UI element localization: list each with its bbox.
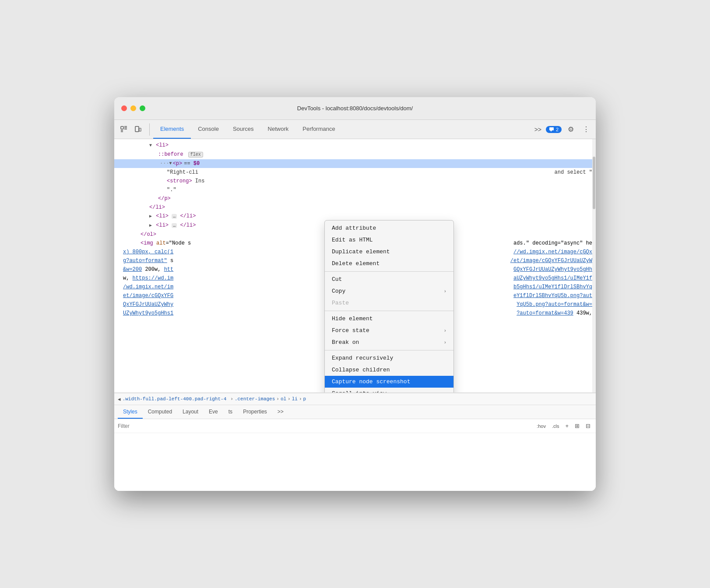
notification-badge: 2 xyxy=(546,126,562,133)
minimize-button[interactable] xyxy=(130,105,136,111)
breadcrumb-item-1[interactable]: .width-full.pad-left-400.pad-right-4 xyxy=(123,396,227,402)
ctx-paste: Paste xyxy=(325,297,453,309)
tab-ts[interactable]: ts xyxy=(223,405,238,419)
cls-button[interactable]: .cls xyxy=(550,423,561,430)
svg-marker-9 xyxy=(550,130,552,132)
hov-button[interactable]: :hov xyxy=(535,423,548,430)
filter-bar: :hov .cls + ⊞ ⊟ xyxy=(114,419,596,433)
ctx-break-on[interactable]: Break on › xyxy=(325,336,453,348)
svg-rect-6 xyxy=(135,126,139,132)
ctx-collapse-children[interactable]: Collapse children xyxy=(325,364,453,376)
dom-panel: ▼ <li> ::before flex ··· ▼ <p> == $0 xyxy=(114,139,596,393)
ctx-break-on-label: Break on xyxy=(332,339,359,346)
context-menu: Add attribute Edit as HTML Duplicate ele… xyxy=(324,220,454,393)
ctx-copy[interactable]: Copy › xyxy=(325,285,453,297)
ctx-hide-element-label: Hide element xyxy=(332,315,373,322)
ctx-sep2 xyxy=(325,311,453,311)
breadcrumb-arrow-left[interactable]: ◀ xyxy=(118,396,121,402)
filter-input[interactable] xyxy=(118,423,531,429)
ctx-copy-arrow: › xyxy=(443,289,446,294)
breadcrumb-item-5[interactable]: p xyxy=(303,396,306,402)
devtools-panel: Elements Console Sources Network Perform… xyxy=(114,120,596,491)
ctx-hide-element[interactable]: Hide element xyxy=(325,313,453,325)
device-toolbar-icon[interactable] xyxy=(132,123,144,136)
svg-rect-8 xyxy=(549,127,554,130)
bc-arrow-sep2: › xyxy=(276,396,279,402)
tab-elements[interactable]: Elements xyxy=(153,120,191,139)
ctx-expand-recursively-label: Expand recursively xyxy=(332,355,393,361)
bc-arrow-sep3: › xyxy=(288,396,291,402)
maximize-button[interactable] xyxy=(140,105,145,111)
titlebar: DevTools - localhost:8080/docs/devtools/… xyxy=(114,97,596,120)
ctx-delete-element-label: Delete element xyxy=(332,260,380,267)
ctx-force-state[interactable]: Force state › xyxy=(325,325,453,336)
ctx-edit-html[interactable]: Edit as HTML xyxy=(325,234,453,246)
add-style-button[interactable]: + xyxy=(563,422,570,430)
breadcrumb-bar: ◀ .width-full.pad-left-400.pad-right-4 ›… xyxy=(114,393,596,405)
window-title: DevTools - localhost:8080/docs/devtools/… xyxy=(297,105,413,112)
more-tabs-button[interactable]: >> xyxy=(532,123,544,136)
more-tabs: >> 2 xyxy=(532,123,562,136)
copy-style-button[interactable]: ⊞ xyxy=(573,422,581,430)
tab-layout[interactable]: Layout xyxy=(177,405,204,419)
tab-sources[interactable]: Sources xyxy=(226,120,261,139)
ctx-collapse-children-label: Collapse children xyxy=(332,367,390,373)
bottom-panel: Styles Computed Layout Eve ts Properties… xyxy=(114,405,596,491)
toolbar-right: >> 2 ⚙ ⋮ xyxy=(532,123,592,136)
ctx-duplicate-element[interactable]: Duplicate element xyxy=(325,246,453,258)
ctx-capture-screenshot-label: Capture node screenshot xyxy=(332,378,410,385)
breadcrumb-item-2[interactable]: .center-images xyxy=(235,396,275,402)
context-menu-overlay: Add attribute Edit as HTML Duplicate ele… xyxy=(114,139,596,392)
ctx-sep1 xyxy=(325,271,453,272)
breadcrumb-item-4[interactable]: li xyxy=(292,396,298,402)
inspect-element-icon[interactable] xyxy=(118,123,130,136)
traffic-lights xyxy=(121,105,145,111)
bottom-tabs: Styles Computed Layout Eve ts Properties… xyxy=(114,405,596,419)
devtools-tabs: Elements Console Sources Network Perform… xyxy=(153,120,532,139)
ctx-break-on-arrow: › xyxy=(443,340,446,345)
bc-arrow-sep4: › xyxy=(299,396,302,402)
layout-button[interactable]: ⊟ xyxy=(584,422,592,430)
ctx-capture-screenshot[interactable]: Capture node screenshot xyxy=(325,376,453,388)
svg-rect-0 xyxy=(121,126,123,129)
tab-performance[interactable]: Performance xyxy=(295,120,342,139)
close-button[interactable] xyxy=(121,105,127,111)
ctx-cut[interactable]: Cut xyxy=(325,273,453,285)
ctx-add-attribute-label: Add attribute xyxy=(332,225,376,231)
tab-console[interactable]: Console xyxy=(191,120,226,139)
ctx-cut-label: Cut xyxy=(332,276,342,283)
filter-actions: :hov .cls + ⊞ ⊟ xyxy=(535,422,592,430)
tab-event[interactable]: Eve xyxy=(204,405,223,419)
ctx-sep3 xyxy=(325,350,453,350)
tab-computed[interactable]: Computed xyxy=(143,405,177,419)
ctx-scroll-into-view-label: Scroll into view xyxy=(332,390,387,393)
tab-properties[interactable]: Properties xyxy=(238,405,272,419)
ctx-paste-label: Paste xyxy=(332,300,349,306)
ctx-add-attribute[interactable]: Add attribute xyxy=(325,222,453,234)
devtools-window: DevTools - localhost:8080/docs/devtools/… xyxy=(114,97,596,491)
notification-count: 2 xyxy=(556,127,559,132)
ctx-force-state-label: Force state xyxy=(332,327,369,334)
tab-more[interactable]: >> xyxy=(272,405,289,419)
ctx-force-state-arrow: › xyxy=(443,328,446,333)
ctx-delete-element[interactable]: Delete element xyxy=(325,258,453,270)
tab-styles[interactable]: Styles xyxy=(118,405,143,419)
ctx-copy-label: Copy xyxy=(332,288,345,294)
ctx-scroll-into-view[interactable]: Scroll into view xyxy=(325,388,453,393)
tab-network[interactable]: Network xyxy=(261,120,296,139)
ctx-edit-html-label: Edit as HTML xyxy=(332,237,373,243)
more-options-button[interactable]: ⋮ xyxy=(580,123,592,135)
settings-button[interactable]: ⚙ xyxy=(565,123,576,135)
devtools-toolbar: Elements Console Sources Network Perform… xyxy=(114,120,596,139)
ctx-expand-recursively[interactable]: Expand recursively xyxy=(325,352,453,364)
ctx-duplicate-element-label: Duplicate element xyxy=(332,248,390,255)
bc-arrow-sep1: › xyxy=(230,396,233,402)
svg-rect-7 xyxy=(139,128,141,131)
toolbar-icon-group xyxy=(118,123,150,136)
breadcrumb-item-3[interactable]: ol xyxy=(281,396,286,402)
